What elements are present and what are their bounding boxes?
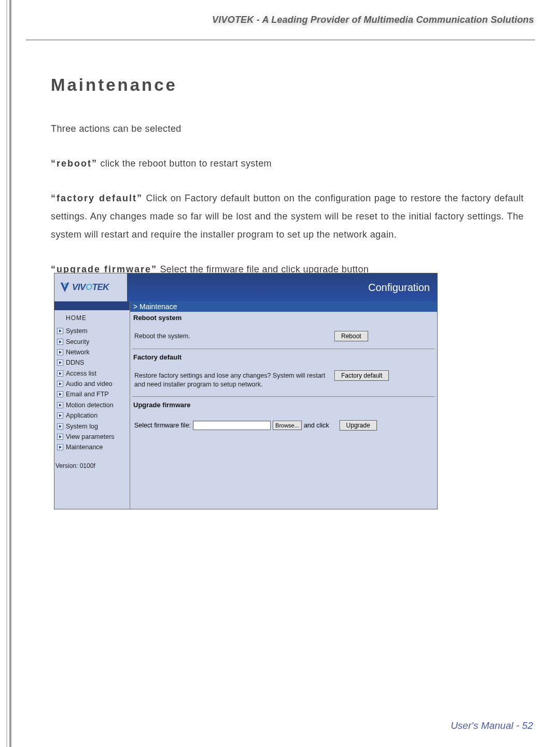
nav-item-application[interactable]: Application <box>54 410 130 421</box>
nav-item-system[interactable]: System <box>54 326 130 336</box>
arrow-right-icon <box>57 444 63 450</box>
nav-item-system-log[interactable]: System log <box>54 421 130 431</box>
logo-text: VIVOTEK <box>72 282 109 293</box>
nav-item-security[interactable]: Security <box>54 336 130 347</box>
browse-button[interactable]: Browse... <box>273 421 302 430</box>
nav-label: System <box>66 327 88 335</box>
header-divider <box>26 39 535 40</box>
arrow-right-icon <box>57 381 63 387</box>
arrow-right-icon <box>57 370 63 377</box>
nav-label: System log <box>66 423 98 430</box>
brand-logo: VIVOTEK <box>54 282 127 293</box>
nav-label: Application <box>66 412 97 419</box>
nav-item-access-list[interactable]: Access list <box>54 368 130 379</box>
arrow-right-icon <box>57 391 63 397</box>
firmware-file-input[interactable] <box>193 421 271 430</box>
nav-label: Motion detection <box>66 402 114 409</box>
breadcrumb: > Maintenace <box>130 301 437 312</box>
arrow-right-icon <box>57 412 63 419</box>
arrow-right-icon <box>57 359 63 366</box>
page-title: Maintenance <box>51 75 524 95</box>
nav-label: Network <box>66 349 90 356</box>
nav-label: Email and FTP <box>66 391 109 398</box>
logo-icon <box>60 282 70 293</box>
reboot-text: click the reboot button to restart syste… <box>97 158 272 169</box>
nav-label: DDNS <box>66 359 84 366</box>
arrow-right-icon <box>57 423 63 430</box>
reboot-button[interactable]: Reboot <box>334 331 368 341</box>
nav-item-ddns[interactable]: DDNS <box>54 357 130 368</box>
nav-home[interactable]: HOME <box>54 310 130 326</box>
page-header: VIVOTEK - A Leading Provider of Multimed… <box>0 15 534 25</box>
nav-label: Access list <box>66 370 96 377</box>
sidebar: HOME System Security Network DDNS Access… <box>54 301 130 509</box>
nav-item-audio-video[interactable]: Audio and video <box>54 379 130 389</box>
reboot-section-title: Reboot system <box>130 312 437 323</box>
nav-item-email-ftp[interactable]: Email and FTP <box>54 389 130 399</box>
arrow-right-icon <box>57 328 63 334</box>
nav-label: View parameters <box>66 433 115 440</box>
nav-item-view-parameters[interactable]: View parameters <box>54 432 130 442</box>
embedded-screenshot: VIVOTEK Configuration HOME System Securi… <box>54 273 438 509</box>
nav-item-maintenance[interactable]: Maintenance <box>54 442 130 452</box>
upgrade-button[interactable]: Upgrade <box>340 420 377 431</box>
nav-label: Maintenance <box>66 444 103 451</box>
nav-label: Audio and video <box>66 380 113 388</box>
sidebar-top-bar <box>54 301 130 310</box>
section-divider <box>132 396 435 397</box>
factory-section-title: Factory default <box>130 351 437 362</box>
reboot-paragraph: “reboot” click the reboot button to rest… <box>51 155 524 173</box>
svg-point-0 <box>64 283 66 285</box>
main-panel: > Maintenace Reboot system Reboot the sy… <box>130 301 437 509</box>
factory-label: “factory default” <box>51 193 143 203</box>
upgrade-file-label: Select firmware file: <box>134 422 191 429</box>
and-click-text: and click <box>304 422 329 429</box>
factory-paragraph: “factory default” Click on Factory defau… <box>51 189 524 244</box>
factory-default-button[interactable]: Factory default <box>334 370 389 381</box>
arrow-right-icon <box>57 434 63 440</box>
nav-label: Security <box>66 338 89 345</box>
version-text: Version: 0100f <box>54 453 130 478</box>
factory-desc: Restore factory settings and lose any ch… <box>134 369 334 389</box>
arrow-right-icon <box>57 402 63 408</box>
arrow-right-icon <box>57 349 63 355</box>
page-left-rule <box>0 0 12 747</box>
nav-item-motion-detection[interactable]: Motion detection <box>54 400 130 410</box>
reboot-label: “reboot” <box>51 158 97 169</box>
intro-text: Three actions can be selected <box>51 120 524 138</box>
page-footer: User's Manual - 52 <box>451 720 533 731</box>
config-header: Configuration <box>127 273 437 301</box>
section-divider <box>132 349 435 349</box>
reboot-desc: Reboot the system. <box>134 330 334 341</box>
arrow-right-icon <box>57 339 63 345</box>
upgrade-section-title: Upgrade firmware <box>130 399 437 410</box>
nav-item-network[interactable]: Network <box>54 347 130 357</box>
nav-list: System Security Network DDNS Access list… <box>54 326 130 453</box>
